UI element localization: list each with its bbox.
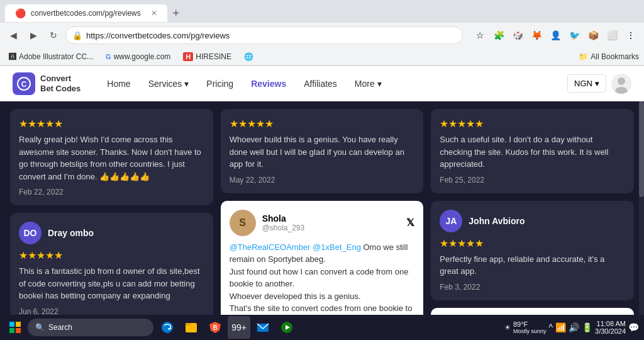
logo-line2: Bet Codes [40,84,80,94]
new-tab-button[interactable]: + [167,4,185,22]
taskbar-edge-icon[interactable] [156,316,179,339]
nav-affiliates[interactable]: Affiliates [296,74,345,94]
taskbar-apps-icon[interactable]: 99+ [228,316,250,339]
review-card-1: ★★★★★ Really great job! Wish I'd come ac… [10,109,213,205]
svg-text:C: C [21,80,27,89]
address-bar[interactable]: 🔒 https://convertbetcodes.com/pg/reviews [65,26,463,44]
john-text: Perfectly fine app, reliable and accurat… [440,253,625,278]
windows-start-button[interactable] [5,317,25,337]
shola-info: Shola @shola_293 [262,213,401,232]
notifications-button[interactable]: 💬 [628,322,639,332]
currency-selector[interactable]: NGN ▾ [567,74,606,93]
dray-info: Dray ombo [48,228,94,238]
bookmark-hiresine[interactable]: H HIRESINE [179,51,235,62]
scrollbar-thumb[interactable] [639,101,644,197]
reviews-column-2: ★★★★★ Whoever build this is a genius. Yo… [221,109,424,340]
review-text-1: Really great job! Wish I'd come across t… [19,133,204,183]
svg-rect-10 [186,323,191,326]
illustrator-icon: 🅰 [9,52,16,61]
search-label: Search [48,323,72,332]
user-avatar-button[interactable] [611,74,631,94]
stars-dray: ★★★★★ [19,249,204,261]
bookmark-star-button[interactable]: ☆ [472,27,488,43]
back-button[interactable]: ◀ [5,27,21,43]
scrollbar-track[interactable] [639,101,644,340]
svg-rect-7 [16,328,21,333]
all-bookmarks-btn[interactable]: 📁 All Bookmarks [579,52,639,61]
bookmark-label: Adobe Illustrator CC... [19,52,93,61]
forward-button[interactable]: ▶ [25,27,42,43]
taskbar-right: ☀ 89°F Mostly sunny ^ 📶 🔊 🔋 11:08 AM 3/3… [504,320,639,335]
browser-chrome: 🔴 convertbetcodes.com/pg/reviews ✕ + ◀ ▶… [0,0,644,66]
review-card-dray: DO Dray ombo ★★★★★ This is a fantastic j… [10,213,213,325]
taskbar: 🔍 Search B 99+ ☀ 89°F Mostly sunny [0,315,644,340]
review-text-2: Whoever build this is a genius. You have… [230,133,415,171]
tab-bar: 🔴 convertbetcodes.com/pg/reviews ✕ + [0,0,644,23]
date: 3/30/2024 [595,327,626,335]
shola-name: Shola [262,213,401,224]
svg-point-8 [162,322,173,333]
apps-count-badge: 99+ [231,322,247,332]
taskbar-brave-icon[interactable]: B [204,316,226,339]
google-icon: G [106,53,111,60]
network-icon[interactable]: 📶 [555,322,566,332]
nav-pricing[interactable]: Pricing [199,74,241,94]
nav-pricing-label: Pricing [206,79,233,89]
reviews-column-3: ★★★★★ Such a useful site. I don't do a d… [431,109,634,340]
review-card-2: ★★★★★ Whoever build this is a genius. Yo… [221,109,424,193]
review-card-3: ★★★★★ Such a useful site. I don't do a d… [431,109,634,193]
extension-icon-6[interactable]: 📦 [585,27,601,43]
services-dropdown-icon: ▾ [184,79,189,89]
shola-mention[interactable]: @TheRealCEOAmber @1xBet_Eng [230,242,361,252]
extension-icon-5[interactable]: 🐦 [566,27,582,43]
extension-icon-1[interactable]: 🧩 [491,27,507,43]
browser-controls: ◀ ▶ ↻ 🔒 https://convertbetcodes.com/pg/r… [0,23,644,48]
extension-icon-4[interactable]: 👤 [547,27,564,43]
logo-line1: Convert [40,74,80,84]
bookmark-illustrator[interactable]: 🅰 Adobe Illustrator CC... [5,51,97,62]
speaker-icon[interactable]: 🔊 [569,322,579,332]
sun-icon: ☀ [504,324,511,332]
nav-more[interactable]: More ▾ [347,74,389,94]
taskbar-media-icon[interactable] [275,316,298,339]
weather-desc: Mostly sunny [513,328,547,334]
taskbar-explorer-icon[interactable] [180,316,203,339]
svg-rect-4 [9,322,14,327]
tray-icon-1[interactable]: ^ [548,322,553,332]
currency-dropdown-icon: ▾ [595,79,599,88]
active-tab[interactable]: 🔴 convertbetcodes.com/pg/reviews ✕ [5,4,167,22]
reload-button[interactable]: ↻ [45,27,62,43]
battery-icon[interactable]: 🔋 [582,322,592,332]
john-avatar: JA [440,210,462,232]
taskbar-search-box[interactable]: 🔍 Search [28,319,153,336]
hiresine-icon: H [183,52,193,61]
bookmark-google[interactable]: G www.google.com [102,51,174,62]
extension-icon-2[interactable]: 🎲 [509,27,526,43]
john-header: JA John Avbioro [440,210,625,232]
taskbar-pinned-icons: B 99+ [156,316,298,339]
reviewer-row-dray: DO Dray ombo [19,222,204,244]
stars-2: ★★★★★ [230,118,415,130]
temperature: 89°F [513,320,547,328]
review-date-3: Feb 25, 2022 [440,176,625,184]
nav-reviews[interactable]: Reviews [243,74,294,94]
weather-widget[interactable]: ☀ 89°F Mostly sunny [504,320,547,334]
tab-capture-button[interactable]: ⬜ [604,27,620,43]
web-icon: 🌐 [244,52,253,61]
shola-handle: @shola_293 [262,224,401,232]
logo-area[interactable]: C Convert Bet Codes [13,72,80,95]
john-date: Feb 3, 2022 [440,283,625,292]
taskbar-mail-icon[interactable] [252,316,274,339]
john-name: John Avbioro [469,216,525,226]
dray-name: Dray ombo [48,228,94,238]
menu-button[interactable]: ⋮ [623,27,639,43]
bookmarks-bar: 🅰 Adobe Illustrator CC... G www.google.c… [0,48,644,65]
clock[interactable]: 11:08 AM 3/30/2024 [595,320,626,335]
svg-point-2 [618,77,625,85]
extension-icon-3[interactable]: 🦊 [528,27,545,43]
nav-services[interactable]: Services ▾ [141,74,197,94]
nav-home[interactable]: Home [99,74,138,94]
review-date-1: Feb 22, 2022 [19,188,204,196]
review-card-john: JA John Avbioro ★★★★★ Perfectly fine app… [431,201,634,300]
bookmark-web[interactable]: 🌐 [240,51,257,62]
